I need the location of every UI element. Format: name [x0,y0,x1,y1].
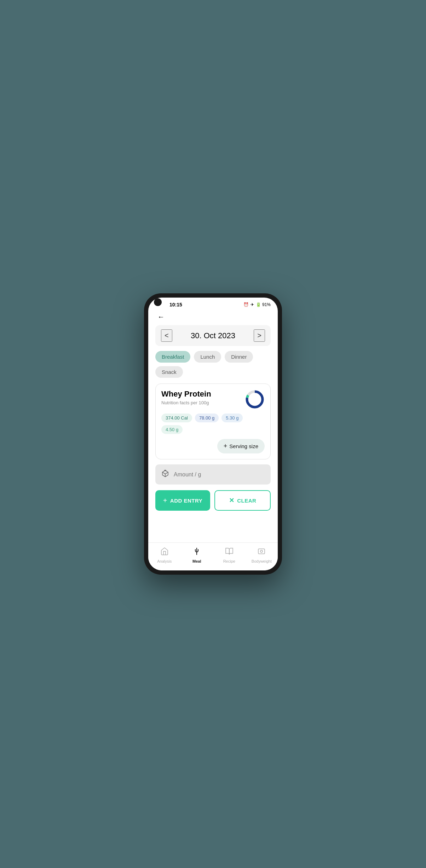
alarm-icon: ⏰ [243,302,249,307]
badge-calories: 374.00 Cal [161,414,192,422]
prev-date-button[interactable]: < [161,329,172,342]
serving-size-row: + Serving size [161,439,265,453]
tab-snack[interactable]: Snack [155,366,183,378]
meal-label: Meal [192,559,201,563]
add-entry-button[interactable]: + ADD ENTRY [155,490,210,511]
status-icons: ⏰ ✈ 🔋 91% [243,302,271,307]
status-time: 10:15 [169,302,182,307]
svg-point-3 [249,394,260,405]
date-navigation: < 30. Oct 2023 > [155,325,271,346]
food-name: Whey Protein [161,389,211,399]
meal-icon [192,547,201,558]
back-button[interactable]: ← [155,311,167,322]
analysis-icon [160,547,169,558]
amount-input-row [155,464,271,485]
badge-fat: 5.30 g [221,414,243,422]
scale-icon [161,469,169,480]
tab-dinner[interactable]: Dinner [225,351,253,363]
nutrition-subtitle: Nutrition facts per 100g [161,400,211,405]
nav-meal[interactable]: Meal [181,546,213,565]
serving-size-label: Serving size [229,443,258,449]
nav-recipe[interactable]: Recipe [213,546,246,565]
current-date: 30. Oct 2023 [191,331,235,340]
phone-screen: 10:15 ⏰ ✈ 🔋 91% ← < 30. Oct 2023 > Break… [148,298,278,570]
add-entry-label: ADD ENTRY [170,498,202,504]
donut-chart [245,389,265,409]
status-bar: 10:15 ⏰ ✈ 🔋 91% [148,298,278,310]
clear-label: CLEAR [237,498,256,504]
recipe-icon [225,547,234,558]
bottom-nav: Analysis Meal Recipe [148,542,278,570]
bodyweight-label: Bodyweight [252,559,272,563]
badge-carb: 4.50 g [161,425,183,434]
serving-size-button[interactable]: + Serving size [217,439,265,453]
clear-x-icon: ✕ [229,497,235,504]
nav-bodyweight[interactable]: Bodyweight [246,546,278,565]
tab-breakfast[interactable]: Breakfast [155,351,190,363]
amount-input[interactable] [174,471,265,478]
back-arrow-icon: ← [157,313,165,321]
camera-hole [154,298,162,306]
food-info: Whey Protein Nutrition facts per 100g [161,389,211,405]
content-area: ← < 30. Oct 2023 > Breakfast Lunch Dinne… [148,310,278,542]
nutrition-card: Whey Protein Nutrition facts per 100g [155,383,271,459]
nutrition-badges: 374.00 Cal 78.00 g 5.30 g 4.50 g [161,414,265,434]
plus-icon: + [224,442,228,450]
badge-protein: 78.00 g [195,414,219,422]
battery-icon: 🔋 91% [256,302,271,307]
spacer [155,516,271,542]
next-date-button[interactable]: > [254,329,265,342]
tab-lunch[interactable]: Lunch [194,351,221,363]
recipe-label: Recipe [223,559,235,563]
phone-shell: 10:15 ⏰ ✈ 🔋 91% ← < 30. Oct 2023 > Break… [144,293,282,575]
card-header: Whey Protein Nutrition facts per 100g [161,389,265,409]
analysis-label: Analysis [157,559,172,563]
add-plus-icon: + [163,497,167,505]
svg-rect-7 [258,549,265,554]
bodyweight-icon [257,547,266,558]
airplane-icon: ✈ [251,302,254,307]
clear-button[interactable]: ✕ CLEAR [214,490,271,511]
meal-tabs: Breakfast Lunch Dinner Snack [155,351,271,378]
action-buttons: + ADD ENTRY ✕ CLEAR [155,490,271,511]
svg-point-8 [260,550,263,552]
nav-analysis[interactable]: Analysis [148,546,181,565]
